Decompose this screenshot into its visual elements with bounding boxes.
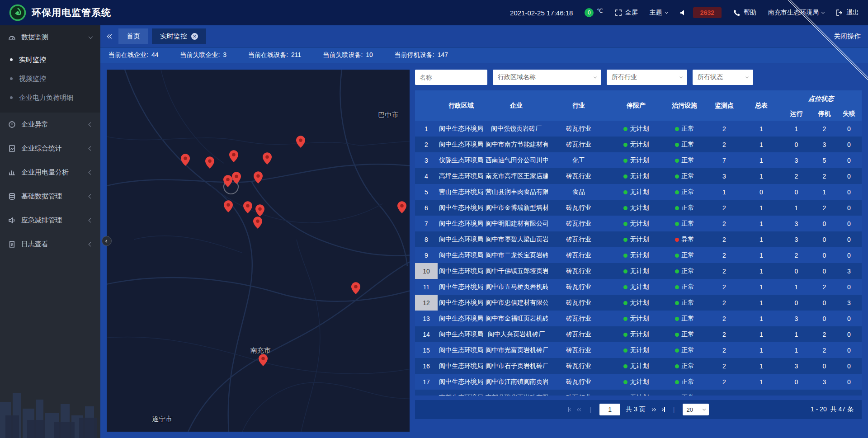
sidebar-submenu-item[interactable]: 企业电力负荷明细 xyxy=(0,88,100,107)
map-pin-icon[interactable] xyxy=(253,217,262,229)
page-number-input[interactable] xyxy=(599,404,620,415)
row-number: 12 xyxy=(415,295,438,311)
sidebar-menu-item[interactable]: 基础数据管理 xyxy=(0,184,100,208)
status-dot-icon xyxy=(623,174,627,179)
table-row[interactable]: 16 阆中生态环境局 阆中市石子页岩机砖厂 砖瓦行业 无计划 正常 2 1 3 … xyxy=(415,358,862,374)
cell-industry: 砖瓦行业 xyxy=(548,295,609,311)
cell-company: 阆中市五马桥页岩机砖 xyxy=(485,279,548,295)
cell-stopped: 2 xyxy=(812,279,836,295)
cell-company: 西南油气田分公司川中 xyxy=(485,152,548,168)
table-row[interactable]: 4 高坪生态环境局 南充市高坪区王家店建 砖瓦行业 无计划 正常 3 1 2 2… xyxy=(415,168,862,184)
cell-lost: 0 xyxy=(836,121,862,137)
cell-lost: 0 xyxy=(836,342,862,358)
cell-industry: 砖瓦行业 xyxy=(548,137,609,152)
help-button[interactable]: 帮助 xyxy=(733,9,756,17)
chevron-down-icon xyxy=(594,75,597,78)
map-pin-icon[interactable] xyxy=(224,200,233,212)
record-range-label: 1 - 20 共 47 条 xyxy=(811,405,854,414)
prev-page-button[interactable] xyxy=(577,409,582,411)
app-logo-icon xyxy=(9,4,26,21)
sidebar-menu-item[interactable]: 企业用电量分析 xyxy=(0,160,100,184)
status-dot-icon xyxy=(675,285,679,289)
name-filter-input[interactable] xyxy=(415,70,487,85)
map-pin-icon[interactable] xyxy=(255,204,264,217)
table-row[interactable]: 10 阆中生态环境局 阆中千佛镇五郎垭页岩 砖瓦行业 无计划 正常 2 1 0 … xyxy=(415,263,862,279)
sidebar-submenu-item[interactable]: 实时监控 xyxy=(0,50,100,69)
sidebar-menu-item[interactable]: 应急减排管理 xyxy=(0,208,100,232)
table-row[interactable]: 15 阆中生态环境局 阆中市光富页岩机砖厂 砖瓦行业 无计划 正常 2 1 1 … xyxy=(415,342,862,358)
table-row[interactable]: 7 阆中生态环境局 阆中明阳建材有限公司 砖瓦行业 无计划 正常 2 1 3 0… xyxy=(415,216,862,231)
fullscreen-button[interactable]: 全屏 xyxy=(615,9,638,17)
table-row[interactable]: 17 阆中生态环境局 阆中市江南镇阆南页岩 砖瓦行业 无计划 正常 2 1 0 … xyxy=(415,374,862,390)
cell-industry: 砖瓦行业 xyxy=(548,390,609,396)
map-panel[interactable]: 巴中市南充市遂宁市 xyxy=(107,70,410,432)
first-page-button[interactable] xyxy=(568,407,572,412)
map-pin-icon[interactable] xyxy=(351,282,360,294)
map-pin-icon[interactable] xyxy=(205,156,214,169)
sidebar-menu-item[interactable]: 企业异常 xyxy=(0,113,100,137)
close-operations-button[interactable]: 关闭操作 xyxy=(834,32,861,41)
last-page-button[interactable] xyxy=(661,407,665,412)
table-row[interactable]: 9 阆中生态环境局 阆中市二龙长宝页岩砖 砖瓦行业 无计划 正常 2 1 2 0… xyxy=(415,247,862,263)
chevron-icon xyxy=(89,194,93,199)
status-filter-select[interactable]: 所有状态 xyxy=(693,70,753,85)
map-pin-icon[interactable] xyxy=(263,152,272,165)
table-row[interactable]: 5 营山生态环境局 营山县润丰肉食品有限 食品 无计划 正常 1 0 0 1 0 xyxy=(415,184,862,200)
sidebar-menu-item[interactable]: 数据监测 xyxy=(0,25,100,49)
map-pin-icon[interactable] xyxy=(223,175,232,187)
datetime-display: 2021-02-25 17:46:18 xyxy=(510,9,573,17)
cell-industry: 砖瓦行业 xyxy=(548,279,609,295)
theme-dropdown[interactable]: 主题 xyxy=(650,9,668,17)
cell-lost: 0 xyxy=(836,358,862,374)
cell-region: 阆中生态环境局 xyxy=(438,311,485,326)
announcement-button[interactable] xyxy=(679,9,687,16)
map-pin-icon[interactable] xyxy=(229,150,238,162)
table-row[interactable]: 14 阆中生态环境局 阆中大兴页岩机砖厂 砖瓦行业 无计划 正常 2 1 1 2… xyxy=(415,326,862,342)
region-filter-select[interactable]: 行政区域名称 xyxy=(493,70,601,85)
cell-company: 阆中市江南镇阆南页岩 xyxy=(485,374,548,390)
page-size-select[interactable]: 20 xyxy=(683,404,709,415)
sidebar-submenu-item[interactable]: 视频监控 xyxy=(0,69,100,88)
cell-company: 阆中市石子页岩机砖厂 xyxy=(485,358,548,374)
table-row[interactable]: 1 阆中生态环境局 阆中强锐页岩砖厂 砖瓦行业 无计划 正常 2 1 1 2 0 xyxy=(415,121,862,137)
sidebar-menu-item[interactable]: 日志查看 xyxy=(0,232,100,256)
table-row[interactable]: 13 阆中生态环境局 阆中市金福旺页岩机砖 砖瓦行业 无计划 正常 2 1 3 … xyxy=(415,311,862,326)
map-pin-icon[interactable] xyxy=(181,154,190,166)
menu-label: 基础数据管理 xyxy=(21,192,62,201)
map-pin-icon[interactable] xyxy=(397,201,406,213)
stat-label: 当前停机设备: xyxy=(395,51,434,59)
cell-region: 阆中生态环境局 xyxy=(438,231,485,247)
table-row[interactable]: 6 阆中生态环境局 阆中市金博瑞新型墙材 砖瓦行业 无计划 正常 2 1 1 2… xyxy=(415,200,862,216)
map-pin-icon[interactable] xyxy=(296,136,305,148)
scroll-tabs-left-button[interactable] xyxy=(108,35,113,38)
table-row[interactable]: 12 阆中生态环境局 阆中市忠信建材有限公 砖瓦行业 无计划 正常 2 1 0 … xyxy=(415,295,862,311)
status-dot-icon xyxy=(623,317,627,321)
map-pin-icon[interactable] xyxy=(232,172,241,184)
table-row[interactable]: 3 仪陇生态环境局 西南油气田分公司川中 化工 无计划 正常 7 1 3 5 0 xyxy=(415,152,862,168)
map-pin-icon[interactable] xyxy=(259,354,268,366)
table-row[interactable]: 11 阆中生态环境局 阆中市五马桥页岩机砖 砖瓦行业 无计划 正常 2 1 1 … xyxy=(415,279,862,295)
cell-running: 0 xyxy=(780,263,812,279)
cell-company: 阆中市二龙长宝页岩砖 xyxy=(485,247,548,263)
sidebar-menu-item[interactable]: 企业综合统计 xyxy=(0,137,100,160)
map-pin-icon[interactable] xyxy=(243,201,252,213)
alarm-count-badge[interactable]: 2632 xyxy=(693,7,722,18)
tab[interactable]: 首页 xyxy=(118,28,148,44)
table-row[interactable]: 2 阆中生态环境局 阆中市南方节能建材有 砖瓦行业 无计划 正常 2 1 0 3… xyxy=(415,137,862,152)
map-pin-icon[interactable] xyxy=(254,171,263,184)
next-page-button[interactable] xyxy=(651,409,656,411)
stat-item: 当前失联设备: 10 xyxy=(323,51,373,59)
tab[interactable]: 实时监控 ✕ xyxy=(152,28,206,44)
cell-region: 高坪生态环境局 xyxy=(438,168,485,184)
fullscreen-label: 全屏 xyxy=(625,9,638,17)
close-tab-icon[interactable]: ✕ xyxy=(191,33,198,40)
cell-industry: 砖瓦行业 xyxy=(548,168,609,184)
status-dot-icon xyxy=(675,143,679,147)
table-row[interactable]: 8 阆中生态环境局 阆中市枣碧大梁山页岩 砖瓦行业 无计划 异常 2 1 3 0… xyxy=(415,231,862,247)
industry-filter-select[interactable]: 所有行业 xyxy=(607,70,687,85)
cell-limit-production: 无计划 xyxy=(609,247,663,263)
cell-limit-production: 无计划 xyxy=(609,374,663,390)
col-meters: 总表 xyxy=(742,90,780,121)
map-city-label: 南充市 xyxy=(250,346,271,354)
table-row[interactable]: 18 南部生态环境局 南部县瑞华页岩砖有限 砖瓦行业 无计划 正常 2 1 0 … xyxy=(415,390,862,396)
